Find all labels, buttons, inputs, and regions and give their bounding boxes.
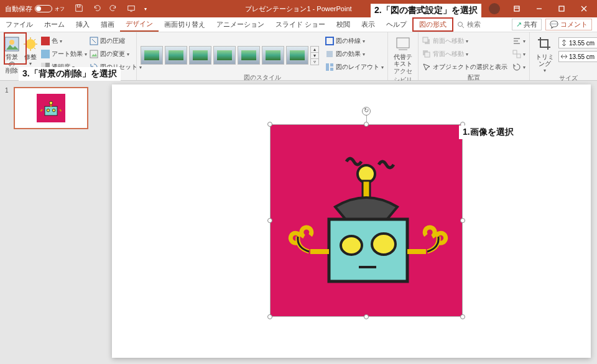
artistic-effects-button[interactable]: アート効果▾ [41,48,87,60]
tab-draw[interactable]: 描画 [95,17,120,32]
resize-handle-n[interactable] [364,122,369,127]
start-from-beginning-icon[interactable] [127,4,136,14]
tab-help[interactable]: ヘルプ [381,17,412,32]
slide-thumbnail-1[interactable] [14,87,88,129]
rotate-button[interactable]: ▾ [512,61,525,73]
picture-border-button[interactable]: 図の枠線▾ [325,35,384,47]
change-picture-button[interactable]: 図の変更▾ [90,48,142,60]
tab-picture-format[interactable]: 図の形式 [412,17,453,32]
tab-slideshow[interactable]: スライド ショー [270,17,331,32]
style-thumb[interactable] [141,46,163,65]
align-icon [512,37,521,45]
remove-background-button[interactable]: 背景の 削除 [4,34,20,74]
svg-point-29 [47,109,50,112]
search-icon [457,21,465,29]
send-back-label: 背面へ移動 [433,50,464,58]
border-icon [325,37,334,45]
tab-transitions[interactable]: 画面切り替え [159,17,211,32]
comment-label: コメント [560,20,588,29]
resize-handle-e[interactable] [460,218,465,223]
send-backward-button[interactable]: 背面へ移動▾ [422,48,507,60]
effects-icon [325,50,334,58]
redo-icon[interactable] [109,4,118,14]
tab-file[interactable]: ファイル [0,17,39,32]
autosave-label: 自動保存 [5,4,32,14]
style-thumb[interactable] [213,46,236,65]
style-thumb[interactable] [165,46,187,65]
qat-more-icon[interactable]: ▾ [144,6,147,12]
tab-animations[interactable]: アニメーション [211,17,270,32]
width-input[interactable]: ▲▼ [558,51,597,62]
layout-icon [325,63,334,71]
user-avatar[interactable] [489,3,500,14]
window-title: プレゼンテーション1 - PowerPoint [245,4,351,14]
tab-home[interactable]: ホーム [39,17,70,32]
ribbon-display-options[interactable] [506,0,527,17]
svg-point-28 [49,101,52,104]
slide-edit-area[interactable]: 1.画像を選択 [100,81,597,364]
compress-icon [90,37,98,45]
thumbnail-image [37,94,65,122]
bring-fwd-label: 前面へ移動 [433,37,464,45]
slide-thumbnails-pane[interactable]: 1 [0,81,100,364]
annotation-3: 3.「背景の削除」を選択 [19,67,121,81]
crop-button[interactable]: トリミング ▾ [534,34,556,74]
color-button[interactable]: 色▾ [41,35,87,47]
svg-rect-1 [128,6,135,11]
svg-point-30 [52,109,55,112]
ribbon-tabs: ファイル ホーム 挿入 描画 デザイン 画面切り替え アニメーション スライド … [0,17,597,32]
autosave-state: オフ [55,6,65,12]
selected-image[interactable] [270,124,463,317]
maximize-button[interactable] [551,0,572,17]
style-thumb[interactable] [189,46,211,65]
change-icon [90,50,98,58]
autosave-switch-icon [35,5,52,12]
resize-handle-sw[interactable] [267,314,272,319]
rotation-handle[interactable] [362,107,371,116]
height-field[interactable] [569,40,595,47]
search-placeholder: 検索 [467,20,481,29]
style-thumb[interactable] [262,46,284,65]
alt-text-button[interactable]: 代替テ キスト [392,34,414,67]
minimize-button[interactable] [529,0,550,17]
style-thumb[interactable] [238,46,260,65]
group-button[interactable]: ▾ [512,48,525,60]
selection-pane-button[interactable]: オブジェクトの選択と表示 [422,61,507,73]
tab-design[interactable]: デザイン [120,17,159,32]
tab-view[interactable]: 表示 [356,17,381,32]
svg-rect-18 [330,63,333,66]
bring-forward-button[interactable]: 前面へ移動▾ [422,35,507,47]
picture-styles-gallery[interactable]: ▴▾▿ [141,42,319,65]
effects-label: 図の効果 [336,50,361,58]
share-label: 共有 [524,20,537,29]
resize-handle-se[interactable] [460,314,465,319]
undo-icon[interactable] [92,4,101,14]
comment-button[interactable]: 💬コメント [545,19,592,30]
tab-review[interactable]: 校閲 [331,17,356,32]
svg-rect-16 [326,51,333,57]
width-field[interactable] [569,53,595,60]
resize-handle-s[interactable] [364,314,369,319]
autosave-toggle[interactable]: 自動保存 オフ [5,4,65,14]
search-box[interactable]: 検索 [457,20,481,29]
corrections-button[interactable]: 修整 ▾ [22,34,39,67]
share-button[interactable]: ↗共有 [512,19,542,30]
resize-handle-w[interactable] [267,218,272,223]
width-icon [560,53,568,60]
style-thumb[interactable] [286,46,308,65]
tab-insert[interactable]: 挿入 [70,17,95,32]
slide-canvas[interactable] [112,84,591,358]
svg-rect-2 [514,6,519,11]
close-button[interactable] [573,0,595,17]
gallery-more-button[interactable]: ▴▾▿ [310,46,319,65]
svg-rect-22 [423,37,428,42]
compress-pictures-button[interactable]: 図の圧縮 [90,35,142,47]
picture-layout-button[interactable]: 図のレイアウト▾ [325,61,384,73]
height-input[interactable]: ▲▼ [558,37,597,48]
artistic-icon [41,50,50,58]
align-button[interactable]: ▾ [512,35,525,47]
resize-handle-nw[interactable] [267,122,272,127]
picture-effects-button[interactable]: 図の効果▾ [325,48,384,60]
save-icon[interactable] [75,4,83,14]
change-label: 図の変更 [100,50,125,58]
